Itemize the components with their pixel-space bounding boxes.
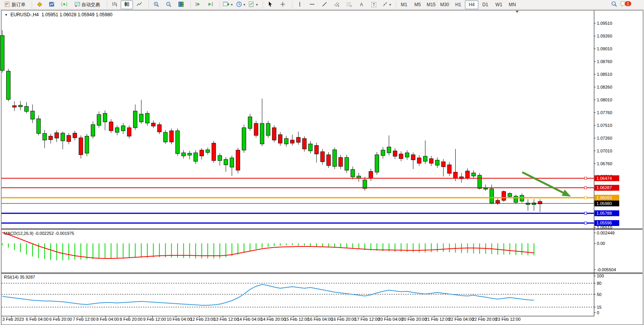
auto-trading-label: 自动交易 [82, 2, 100, 8]
zoom-out-icon [166, 1, 172, 9]
new-order-label: 新订单 [12, 2, 26, 8]
rsi-indicator-label: RSI(14) 35.9287 [4, 275, 35, 279]
gold-diamond-icon [36, 1, 43, 9]
cursor-icon [267, 1, 273, 9]
period-button[interactable]: ▾ [234, 0, 247, 9]
timeframe-button-d1[interactable]: D1 [478, 0, 492, 9]
horizontal-line-icon [309, 1, 315, 9]
new-order-icon [5, 1, 10, 8]
vertical-line-tool-button[interactable] [294, 0, 306, 9]
vertical-line-icon [297, 1, 302, 9]
timeframe-button-w1[interactable]: W1 [492, 0, 506, 9]
label-tool-button[interactable]: T [368, 0, 380, 9]
chart-shift-icon [207, 1, 214, 9]
indicators-button[interactable]: ▾ [247, 0, 260, 9]
toolbar-separator [260, 1, 263, 9]
period-clock-icon [236, 1, 242, 9]
trendline-tool-button[interactable] [318, 0, 331, 9]
text-tool-button[interactable]: A [355, 0, 368, 9]
toolbar-separator [217, 1, 220, 9]
channel-tool-button[interactable]: E [331, 0, 343, 9]
notification-badge: 1 [624, 1, 632, 7]
autoscroll-icon [195, 1, 201, 9]
zoom-in-button[interactable] [150, 0, 162, 9]
fibonacci-icon: F [346, 1, 352, 9]
candle-chart-icon [124, 1, 130, 9]
toolbar-separator [104, 1, 107, 9]
chevron-down-icon: ▾ [389, 3, 391, 7]
tile-windows-button[interactable] [175, 0, 187, 9]
signal-icon [61, 1, 67, 9]
timeframe-button-mn[interactable]: MN [506, 0, 519, 9]
timeframe-button-m30[interactable]: M30 [438, 0, 451, 9]
line-chart-mode-button[interactable] [133, 0, 145, 9]
history-icon [49, 1, 55, 9]
toolbar-separator [188, 1, 191, 9]
channel-icon: E [333, 1, 340, 9]
new-order-button[interactable]: 新订单 [2, 0, 29, 9]
tile-windows-icon [178, 1, 184, 9]
line-chart-icon [136, 1, 142, 9]
new-chart-icon [223, 1, 229, 9]
deposit-button[interactable] [33, 0, 46, 9]
text-icon: A [360, 2, 363, 7]
bar-chart-mode-button[interactable] [108, 0, 121, 9]
zoom-out-button[interactable] [162, 0, 175, 9]
svg-text:F: F [350, 5, 352, 7]
trendline-icon [321, 1, 328, 9]
autotrade-icon [74, 1, 80, 9]
mt4-terminal: { "toolbar": { "new_order": "新订单", "auto… [0, 0, 644, 325]
toolbar-separator [393, 1, 396, 9]
main-toolbar: 新订单 自动交易 ▾ [0, 0, 644, 10]
crosshair-tool-button[interactable] [277, 0, 289, 9]
new-chart-button[interactable]: ▾ [221, 0, 234, 9]
arrows-icon [382, 1, 388, 9]
toolbar-separator [29, 1, 32, 9]
svg-text:E: E [338, 5, 339, 7]
timeframe-button-m15[interactable]: M15 [424, 0, 438, 9]
toolbar-separator [289, 1, 292, 9]
timeframe-button-h1[interactable]: H1 [451, 0, 465, 9]
fibonacci-tool-button[interactable]: F [343, 0, 355, 9]
timeframe-button-h4[interactable]: H4 [465, 0, 478, 9]
timeframe-button-m5[interactable]: M5 [411, 0, 424, 9]
arrows-tool-button[interactable]: ▾ [380, 0, 393, 9]
chart-ohlc: 1.05951 1.06028 1.05949 1.05980 [41, 12, 113, 17]
chart-title: ▼ EURUSD-,H4 1.05951 1.06028 1.05949 1.0… [5, 12, 113, 17]
chevron-down-icon: ▾ [256, 3, 258, 7]
signals-button[interactable] [58, 0, 70, 9]
label-icon: T [371, 2, 376, 7]
chevron-down-icon: ▾ [231, 3, 233, 7]
macd-indicator-label: MACD(12,26,9) -0.002252 -0.001975 [4, 231, 74, 236]
bar-chart-icon [111, 1, 118, 9]
crosshair-icon [280, 1, 286, 9]
chevron-down-icon: ▾ [244, 3, 246, 7]
candle-chart-mode-button[interactable] [121, 0, 133, 9]
chat-button[interactable]: 1 [620, 0, 633, 9]
cursor-tool-button[interactable] [264, 0, 277, 9]
chart-window [1, 10, 643, 325]
history-button[interactable] [46, 0, 58, 9]
indicators-icon [248, 1, 255, 9]
timeframe-button-m1[interactable]: M1 [397, 0, 411, 9]
search-button[interactable] [608, 0, 620, 9]
zoom-in-icon [153, 1, 159, 9]
search-icon [611, 1, 617, 9]
auto-trading-button[interactable]: 自动交易 [70, 0, 104, 9]
chart-shift-button[interactable] [204, 0, 217, 9]
symbol-dropdown-icon[interactable]: ▼ [5, 13, 8, 17]
chart-symbol: EURUSD-,H4 [10, 12, 39, 17]
toolbar-separator [146, 1, 149, 9]
horizontal-line-tool-button[interactable] [306, 0, 318, 9]
autoscroll-button[interactable] [192, 0, 204, 9]
